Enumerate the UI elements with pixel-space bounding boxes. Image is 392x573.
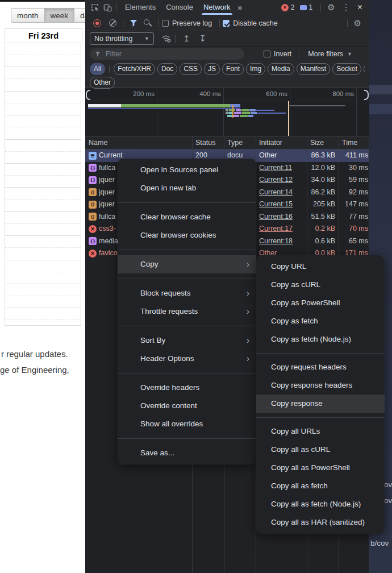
- network-settings-gear-icon[interactable]: ⚙: [351, 18, 365, 28]
- week-view-button[interactable]: week: [44, 8, 74, 23]
- error-count-badge[interactable]: × 2: [281, 3, 295, 11]
- menu-item-copy-as-fetch-node[interactable]: Copy as fetch (Node.js): [256, 330, 385, 348]
- menu-item-copy[interactable]: Copy ›: [118, 255, 256, 273]
- column-header-size[interactable]: Size: [310, 136, 324, 149]
- divider: [320, 3, 321, 11]
- chip-doc[interactable]: Doc: [157, 63, 177, 75]
- chip-css[interactable]: CSS: [180, 63, 202, 75]
- column-header-type[interactable]: Type: [227, 136, 243, 149]
- menu-item-open-in-sources[interactable]: Open in Sources panel: [118, 161, 256, 179]
- menu-item-copy-url[interactable]: Copy URL: [256, 258, 385, 276]
- calendar-slot: [5, 236, 81, 260]
- initiator-link[interactable]: Current:16: [259, 211, 293, 223]
- export-har-icon[interactable]: ↧: [195, 34, 211, 44]
- record-network-log-icon[interactable]: [93, 19, 101, 27]
- menu-item-copy-all-as-curl[interactable]: Copy all as cURL: [256, 441, 385, 459]
- menu-item-save-as[interactable]: Save as...: [118, 444, 256, 462]
- clipped-text-fragment: ov: [384, 496, 392, 505]
- menu-item-copy-request-headers[interactable]: Copy request headers: [256, 358, 385, 376]
- chip-img[interactable]: Img: [246, 63, 265, 75]
- chip-wasm[interactable]: Wasm: [364, 63, 365, 75]
- chip-other[interactable]: Other: [90, 77, 115, 89]
- menu-item-copy-all-urls[interactable]: Copy all URLs: [256, 422, 385, 441]
- chip-font[interactable]: Font: [222, 63, 244, 75]
- background-band: [369, 104, 392, 114]
- request-size: 205 kB: [299, 198, 335, 211]
- import-har-icon[interactable]: ↥: [178, 34, 195, 44]
- settings-gear-icon[interactable]: ⚙: [324, 2, 338, 13]
- submenu-arrow-icon: ›: [247, 255, 249, 273]
- menu-item-header-options[interactable]: Header Options ›: [118, 350, 256, 368]
- menu-item-throttle-requests[interactable]: Throttle requests ›: [118, 302, 256, 321]
- menu-item-clear-browser-cache[interactable]: Clear browser cache: [118, 208, 256, 226]
- gridline: [356, 88, 357, 136]
- menu-item-open-in-new-tab[interactable]: Open in new tab: [118, 179, 256, 197]
- menu-item-copy-response-headers[interactable]: Copy response headers: [256, 376, 385, 395]
- more-tabs-icon[interactable]: »: [236, 3, 245, 12]
- request-size: 34.0 kB: [299, 174, 335, 186]
- column-header-initiator[interactable]: Initiator: [259, 136, 282, 149]
- more-filters-button[interactable]: More filters ▼: [308, 50, 352, 58]
- chip-fetch-xhr[interactable]: Fetch/XHR: [114, 63, 155, 75]
- initiator-link[interactable]: Current:14: [259, 186, 293, 199]
- menu-item-copy-all-as-fetch-node[interactable]: Copy all as fetch (Node.js): [256, 495, 385, 513]
- network-overview-timeline[interactable]: 200 ms 400 ms 600 ms 800 ms: [85, 88, 369, 136]
- inspect-element-icon[interactable]: [89, 2, 101, 13]
- menu-item-copy-all-as-powershell[interactable]: Copy all as PowerShell: [256, 459, 385, 477]
- message-count-badge[interactable]: 1: [300, 3, 313, 11]
- menu-item-sort-by[interactable]: Sort By ›: [118, 331, 256, 350]
- calendar-slot: [5, 188, 81, 211]
- tab-elements[interactable]: Elements: [120, 0, 161, 15]
- chip-media[interactable]: Media: [268, 63, 294, 75]
- chip-all[interactable]: All: [90, 63, 105, 75]
- initiator-link[interactable]: Current:12: [259, 174, 293, 186]
- network-conditions-icon[interactable]: [160, 33, 172, 44]
- invert-checkbox[interactable]: Invert: [264, 50, 296, 58]
- menu-item-copy-all-as-har[interactable]: Copy all as HAR (sanitized): [256, 513, 385, 532]
- menu-item-block-requests[interactable]: Block requests ›: [118, 284, 256, 302]
- menu-item-copy-as-powershell[interactable]: Copy as PowerShell: [256, 294, 385, 312]
- throttling-select[interactable]: No throttling ▼: [90, 32, 154, 45]
- error-count: 2: [291, 3, 295, 11]
- initiator-link[interactable]: Current:11: [259, 162, 292, 175]
- preserve-log-checkbox[interactable]: Preserve log: [162, 19, 216, 27]
- preserve-log-label: Preserve log: [172, 19, 212, 27]
- page-text-line: r regular updates.: [1, 349, 68, 359]
- initiator-link[interactable]: Current:18: [259, 235, 293, 248]
- checkbox-unchecked: [264, 51, 270, 57]
- search-icon[interactable]: [142, 18, 153, 28]
- menu-item-copy-all-as-fetch[interactable]: Copy all as fetch: [256, 477, 385, 495]
- chip-manifest[interactable]: Manifest: [297, 63, 330, 75]
- column-header-status[interactable]: Status: [195, 136, 215, 149]
- divider: [347, 19, 348, 27]
- request-time: 77 ms: [340, 211, 368, 223]
- month-view-button[interactable]: month: [11, 8, 44, 23]
- initiator-link[interactable]: Current:15: [259, 198, 293, 211]
- menu-item-override-headers[interactable]: Override headers: [118, 379, 256, 397]
- menu-item-copy-response[interactable]: Copy response: [256, 395, 385, 413]
- clear-network-log-icon[interactable]: [109, 19, 116, 27]
- calendar-slot: [5, 140, 81, 164]
- menu-item-copy-as-curl[interactable]: Copy as cURL: [256, 276, 385, 294]
- column-header-time[interactable]: Time: [342, 136, 357, 149]
- tab-network[interactable]: Network: [198, 0, 236, 15]
- tab-console[interactable]: Console: [161, 0, 198, 15]
- disable-cache-checkbox[interactable]: Disable cache: [223, 19, 282, 27]
- filter-input[interactable]: [105, 49, 239, 59]
- menu-item-show-all-overrides[interactable]: Show all overrides: [118, 415, 256, 433]
- filter-toggle-icon[interactable]: [127, 18, 140, 29]
- chip-socket[interactable]: Socket: [332, 63, 361, 75]
- initiator-link[interactable]: Current:17: [259, 223, 293, 235]
- overview-handle-right[interactable]: [364, 90, 369, 100]
- kebab-menu-icon[interactable]: ⋮: [339, 2, 354, 13]
- menu-item-copy-as-fetch[interactable]: Copy as fetch: [256, 312, 385, 330]
- chip-js[interactable]: JS: [204, 63, 220, 75]
- menu-item-override-content[interactable]: Override content: [118, 397, 256, 415]
- toggle-device-toolbar-icon[interactable]: [101, 2, 114, 13]
- column-header-name[interactable]: Name: [89, 136, 107, 149]
- menu-item-clear-browser-cookies[interactable]: Clear browser cookies: [118, 226, 256, 244]
- funnel-icon: [95, 51, 101, 57]
- close-devtools-icon[interactable]: ×: [354, 2, 366, 13]
- submenu-arrow-icon: ›: [247, 331, 249, 350]
- overview-handle-left[interactable]: [86, 90, 90, 100]
